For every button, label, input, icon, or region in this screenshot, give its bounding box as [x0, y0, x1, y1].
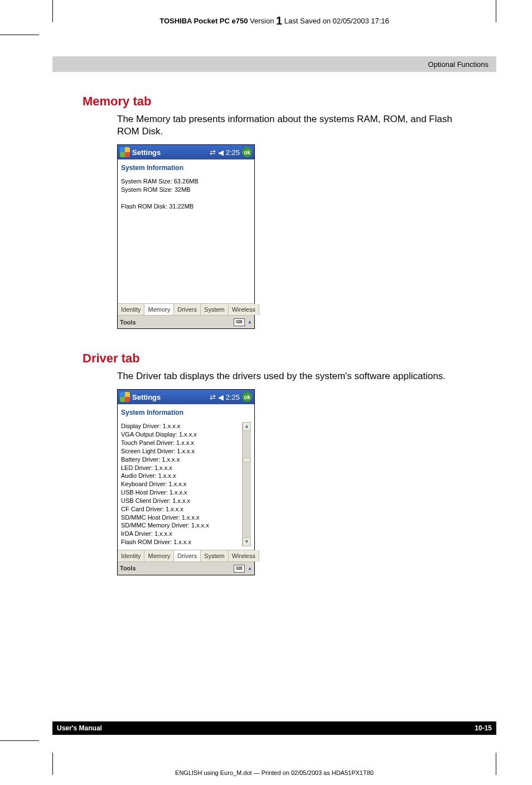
- ok-button[interactable]: ok: [242, 392, 252, 402]
- tools-menu[interactable]: Tools: [120, 319, 136, 326]
- driver-line: Audio Driver: 1.x.x.x: [121, 472, 242, 480]
- window-title: Settings: [132, 148, 210, 157]
- tab-drivers[interactable]: Drivers: [174, 304, 201, 315]
- screenshot-memory: Settings ⇄ ◀ 2:25 ok System Information …: [117, 144, 255, 329]
- driver-line: Keyboard Driver: 1.x.x.x: [121, 480, 242, 488]
- drivers-info: Display Driver: 1.x.x.x VGA Output Displ…: [118, 420, 254, 550]
- scroll-down-icon[interactable]: ▼: [243, 537, 251, 546]
- tab-identity[interactable]: Identity: [118, 304, 144, 315]
- menu-up-icon[interactable]: ▲: [248, 319, 252, 324]
- driver-line: USB Host Driver: 1.x.x.x: [121, 488, 242, 497]
- connectivity-icon[interactable]: ⇄: [210, 393, 216, 401]
- tab-system[interactable]: System: [201, 304, 229, 315]
- driver-line: USB Client Driver: 1.x.x.x: [121, 497, 242, 505]
- page-header: TOSHIBA Pocket PC e750 Version 1 Last Sa…: [52, 11, 496, 33]
- menubar: Tools ⌨ ▲: [118, 315, 254, 328]
- tabs: Identity Memory Drivers System Wireless: [118, 303, 254, 315]
- speaker-icon[interactable]: ◀: [218, 393, 224, 401]
- info-line: Flash ROM Disk: 31.22MB: [121, 202, 251, 211]
- memory-info: System RAM Size: 63.26MB System ROM Size…: [118, 175, 254, 303]
- section-band-text: Optional Functions: [428, 60, 489, 69]
- ok-button[interactable]: ok: [242, 147, 252, 157]
- driver-line: SD/MMC Memory Driver: 1.x.x.x: [121, 521, 242, 530]
- scroll-track[interactable]: [243, 431, 251, 537]
- driver-line: Battery Driver: 1.x.x.x: [121, 456, 242, 464]
- driver-line: LED Driver: 1.x.x.x: [121, 464, 242, 472]
- panel-title: System Information: [118, 159, 254, 175]
- tab-wireless[interactable]: Wireless: [229, 550, 259, 561]
- desc-memory-tab: The Memory tab presents information abou…: [117, 113, 457, 138]
- connectivity-icon[interactable]: ⇄: [210, 148, 216, 157]
- scroll-thumb[interactable]: [243, 458, 251, 462]
- footer-note: ENGLISH using Euro_M.dot — Printed on 02…: [52, 769, 496, 776]
- speaker-icon[interactable]: ◀: [218, 148, 224, 157]
- driver-line: Screen Light Driver: 1.x.x.x: [121, 447, 242, 456]
- tab-memory[interactable]: Memory: [144, 304, 174, 315]
- tab-system[interactable]: System: [201, 550, 229, 561]
- menubar: Tools ⌨ ▲: [118, 561, 254, 575]
- heading-driver-tab: Driver tab: [83, 351, 496, 366]
- panel-title: System Information: [118, 404, 254, 420]
- driver-line: SD/MMC Host Driver: 1.x.x.x: [121, 513, 242, 522]
- clock-text: 2:25: [226, 393, 240, 401]
- product-name: TOSHIBA Pocket PC e750: [159, 17, 248, 25]
- footer-manual: User's Manual: [57, 724, 102, 732]
- driver-line: IrDA Drvier: 1.x.x.x: [121, 530, 242, 538]
- screenshot-drivers: Settings ⇄ ◀ 2:25 ok System Information …: [117, 389, 255, 575]
- info-line: System ROM Size: 32MB: [121, 186, 251, 194]
- crop-mark: [0, 35, 39, 35]
- clock-text: 2:25: [226, 148, 240, 157]
- footer-page: 10-15: [475, 724, 492, 732]
- tools-menu[interactable]: Tools: [120, 565, 136, 571]
- keyboard-icon[interactable]: ⌨: [234, 565, 245, 573]
- info-line: [121, 194, 251, 202]
- tab-identity[interactable]: Identity: [118, 550, 144, 561]
- driver-line: VGA Output Display: 1.x.x.x: [121, 430, 242, 439]
- tabs: Identity Memory Drivers System Wireless: [118, 550, 254, 561]
- scrollbar[interactable]: ▲ ▼: [242, 422, 251, 546]
- window-title: Settings: [132, 393, 210, 401]
- tab-memory[interactable]: Memory: [144, 550, 174, 561]
- desc-driver-tab: The Driver tab displays the drivers used…: [117, 370, 457, 382]
- driver-line: CF Card Driver: 1.x.x.x: [121, 505, 242, 513]
- crop-mark: [0, 740, 39, 741]
- keyboard-icon[interactable]: ⌨: [234, 318, 245, 326]
- version-number: 1: [276, 14, 282, 27]
- heading-memory-tab: Memory tab: [83, 94, 496, 109]
- footer-bar: User's Manual 10-15: [52, 721, 496, 735]
- menu-up-icon[interactable]: ▲: [248, 566, 252, 571]
- start-icon[interactable]: [120, 147, 130, 157]
- driver-line: Touch Panel Driver: 1.x.x.x: [121, 439, 242, 447]
- titlebar: Settings ⇄ ◀ 2:25 ok: [118, 390, 254, 404]
- start-icon[interactable]: [120, 392, 130, 402]
- section-band: Optional Functions: [52, 56, 496, 72]
- scroll-up-icon[interactable]: ▲: [243, 422, 251, 431]
- version-label: Version: [250, 17, 274, 25]
- tab-drivers[interactable]: Drivers: [174, 550, 201, 561]
- driver-line: Flash ROM Driver: 1.x.x.x: [121, 538, 242, 546]
- info-line: System RAM Size: 63.26MB: [121, 177, 251, 186]
- titlebar: Settings ⇄ ◀ 2:25 ok: [118, 145, 254, 159]
- tab-wireless[interactable]: Wireless: [229, 304, 259, 315]
- saved-timestamp: Last Saved on 02/05/2003 17:16: [284, 17, 389, 25]
- driver-line: Display Driver: 1.x.x.x: [121, 422, 242, 430]
